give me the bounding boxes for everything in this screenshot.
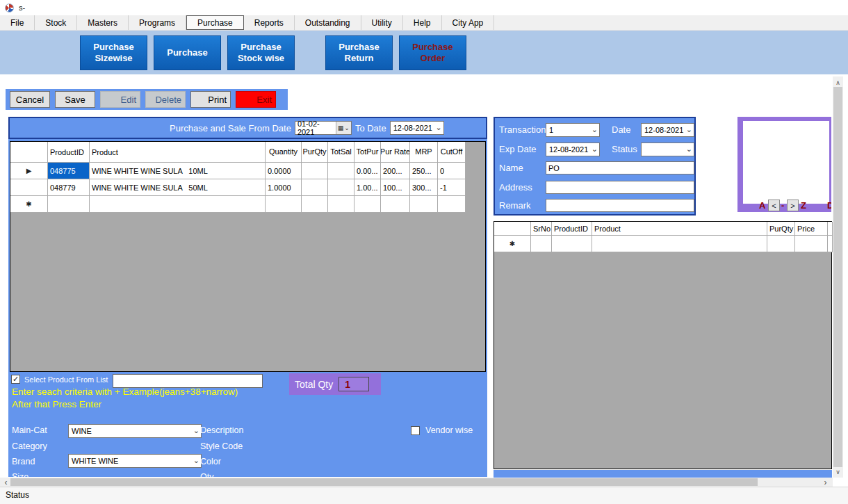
grid1-cell-totsal[interactable] — [328, 163, 354, 179]
alpha-prev-button[interactable]: < — [768, 200, 780, 211]
menu-item-reports[interactable]: Reports — [244, 15, 295, 30]
grid1-cell-mrp[interactable] — [410, 196, 438, 213]
menu-item-city-app[interactable]: City App — [442, 15, 495, 30]
menu-item-file[interactable]: File — [0, 15, 35, 30]
row-indicator: ▶ — [10, 163, 48, 179]
grid1-cell-pur-rate[interactable]: 200... — [381, 163, 410, 179]
grid1-cell-pur-rate[interactable] — [381, 196, 410, 213]
menu-item-stock[interactable]: Stock — [35, 15, 77, 30]
grid1-cell-totsal[interactable] — [328, 179, 354, 196]
toolbar-button-purchase[interactable]: Purchase — [154, 35, 221, 70]
vertical-scrollbar-thumb[interactable] — [833, 87, 842, 467]
menu-item-programs[interactable]: Programs — [129, 15, 186, 30]
toolbar-button-purchase-order[interactable]: Purchase Order — [399, 35, 466, 70]
delete-button[interactable]: Delete — [145, 91, 186, 108]
status-combo[interactable]: ⌄ — [641, 143, 694, 156]
grid1-cell-totpur[interactable]: 1.00... — [354, 179, 381, 196]
grid2-cell-price[interactable] — [795, 236, 828, 252]
toolbar-button-purchase-stock-wise[interactable]: Purchase Stock wise — [227, 35, 295, 70]
exp-date-label: Exp Date — [499, 144, 536, 154]
transaction-combo[interactable]: 1⌄ — [546, 123, 600, 137]
save-button[interactable]: Save — [55, 91, 95, 108]
date-combo[interactable]: 12-08-2021⌄ — [641, 123, 694, 137]
vertical-scrollbar[interactable]: ∧ ∨ — [833, 76, 843, 478]
chevron-down-icon: ⌄ — [592, 126, 598, 133]
grid1-cell-mrp[interactable]: 300... — [410, 179, 438, 196]
product-search-input[interactable] — [113, 374, 263, 388]
grid1-cell-quantity[interactable]: 0.0000 — [266, 163, 302, 179]
grid1-cell-cutoff[interactable]: 0 — [438, 163, 466, 179]
grid1-cell-quantity[interactable] — [266, 196, 302, 213]
grid2-cell-srno[interactable] — [531, 236, 552, 252]
filter-brand-label: Brand — [12, 457, 35, 466]
grid1-cell-totsal[interactable] — [328, 196, 354, 213]
grid1-cell-totpur[interactable] — [354, 196, 381, 213]
edit-button[interactable]: Edit — [100, 91, 140, 108]
grid1-cell-productid[interactable]: 048775 — [48, 163, 90, 179]
grid2-cell-purqty[interactable] — [767, 236, 795, 252]
vendor-wise-checkbox[interactable] — [411, 426, 420, 435]
print-button[interactable]: Print — [190, 91, 231, 108]
grid1-cell-product[interactable]: WINE WHITE WINE SULA 50ML — [90, 179, 266, 196]
grid1-cell-purqty[interactable] — [302, 163, 328, 179]
name-field[interactable] — [546, 161, 694, 174]
grid1-header-productid[interactable]: ProductID — [48, 142, 90, 163]
new-row-indicator: ✱ — [10, 196, 48, 213]
alpha-next-button[interactable]: > — [787, 200, 799, 211]
menu-item-utility[interactable]: Utility — [361, 15, 403, 30]
horizontal-scrollbar-thumb[interactable] — [10, 478, 758, 486]
select-product-checkbox[interactable]: ✓ — [11, 375, 20, 384]
grid1-cell-quantity[interactable]: 1.0000 — [266, 179, 302, 196]
grid1-header-quantity[interactable]: Quantity — [266, 142, 302, 163]
grid1-cell-productid[interactable]: 048779 — [48, 179, 90, 196]
grid1-header-totpur[interactable]: TotPur — [354, 142, 381, 163]
to-date-combo[interactable]: 12-08-2021 ⌄ — [390, 121, 444, 135]
from-date-calendar-button[interactable]: ▦⌄ — [336, 122, 351, 134]
grid1-cell-purqty[interactable] — [302, 179, 328, 196]
exp-date-combo[interactable]: 12-08-2021⌄ — [546, 143, 600, 156]
scroll-right-icon[interactable]: › — [821, 478, 830, 487]
grid1-cell-cutoff[interactable]: -1 — [438, 179, 466, 196]
grid1-cell-mrp[interactable]: 250... — [410, 163, 438, 179]
grid2-header-productid[interactable]: ProductID — [552, 222, 592, 236]
preview-box[interactable] — [743, 121, 829, 204]
to-date-value: 12-08-2021 — [393, 124, 432, 132]
cancel-button[interactable]: Cancel — [10, 91, 50, 108]
grid1-cell-product[interactable] — [90, 196, 266, 213]
grid1-header-pur-rate[interactable]: Pur Rate — [381, 142, 410, 163]
menu-item-purchase[interactable]: Purchase — [186, 15, 244, 30]
grid2-header-price[interactable]: Price — [795, 222, 828, 236]
toolbar-button-purchase-sizewise[interactable]: Purchase Sizewise — [80, 35, 147, 70]
from-date-picker[interactable]: 01-02-2021 ▦⌄ — [295, 121, 352, 135]
purchase-toolbar: Purchase Sizewise Purchase Purchase Stoc… — [0, 31, 848, 74]
grid2-header-product[interactable]: Product — [592, 222, 767, 236]
filter-main-cat-combo[interactable]: WINE⌄ — [68, 424, 202, 438]
exit-button[interactable]: Exit — [236, 91, 276, 108]
grid1-cell-productid[interactable] — [48, 196, 90, 213]
grid1-cell-pur-rate[interactable]: 100... — [381, 179, 410, 196]
menu-item-masters[interactable]: Masters — [77, 15, 129, 30]
grid1-cell-totpur[interactable]: 0.00... — [354, 163, 381, 179]
scroll-up-icon[interactable]: ∧ — [833, 78, 843, 87]
grid1-header-purqty[interactable]: PurQty — [302, 142, 328, 163]
scroll-left-icon[interactable]: ‹ — [1, 478, 10, 487]
grid2-header-srno[interactable]: SrNo — [531, 222, 552, 236]
grid1-header-mrp[interactable]: MRP — [410, 142, 438, 163]
grid2-header-purqty[interactable]: PurQty — [767, 222, 795, 236]
grid2-cell-productid[interactable] — [552, 236, 592, 252]
address-field[interactable] — [546, 181, 694, 194]
toolbar-button-purchase-return[interactable]: Purchase Return — [325, 35, 393, 70]
horizontal-scrollbar[interactable]: ‹ › — [0, 478, 833, 487]
grid1-cell-cutoff[interactable] — [438, 196, 466, 213]
remark-field[interactable] — [546, 199, 694, 212]
menu-item-outstanding[interactable]: Outstanding — [295, 15, 361, 30]
grid1-header-product[interactable]: Product — [90, 142, 266, 163]
grid1-cell-purqty[interactable] — [302, 196, 328, 213]
grid1-header-cutoff[interactable]: CutOff — [438, 142, 466, 163]
grid1-cell-product[interactable]: WINE WHITE WINE SULA 10ML — [90, 163, 266, 179]
filter-category-combo[interactable]: WHITE WINE⌄ — [68, 454, 202, 468]
grid2-cell-product[interactable] — [592, 236, 767, 252]
menu-item-help[interactable]: Help — [403, 15, 442, 30]
scroll-down-icon[interactable]: ∨ — [833, 467, 843, 476]
grid1-header-totsal[interactable]: TotSal — [328, 142, 354, 163]
